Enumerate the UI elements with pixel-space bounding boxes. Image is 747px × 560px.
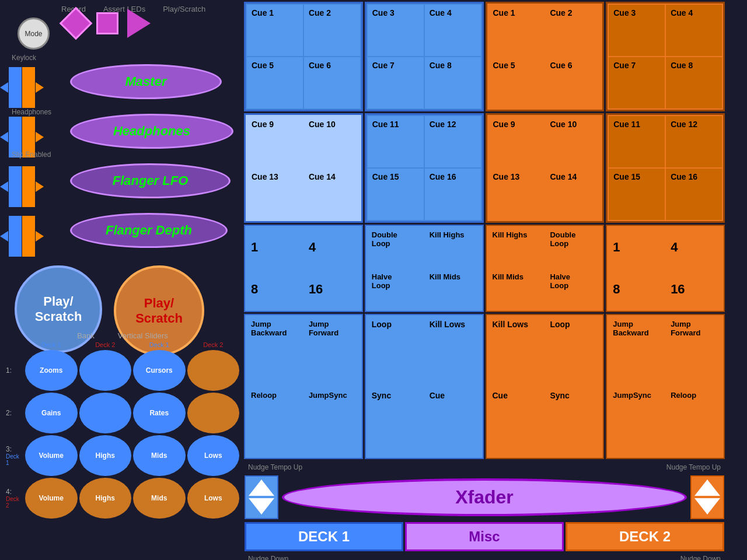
deck1mid-cue3[interactable]: Cue 3 xyxy=(368,5,424,56)
deck1-jump-forward[interactable]: Jump Forward xyxy=(304,316,361,386)
deck2mid-kill-highs[interactable]: Kill Highs xyxy=(488,227,544,268)
mids4-button[interactable]: Mids xyxy=(133,478,186,519)
deck2right-cue7[interactable]: Cue 7 xyxy=(609,57,665,108)
zooms2-button[interactable] xyxy=(79,350,132,391)
deck2mid-halve-loop[interactable]: Halve Loop xyxy=(545,269,602,310)
deck2mid-cue1[interactable]: Cue 1 xyxy=(488,5,544,56)
keylock-slider-orange[interactable] xyxy=(22,67,35,108)
deck2mid-kill-mids[interactable]: Kill Mids xyxy=(488,269,544,310)
vol4-button[interactable]: Volume xyxy=(25,478,78,519)
deck2right-loop-4[interactable]: 4 xyxy=(666,227,722,268)
deck2mid-cue5[interactable]: Cue 5 xyxy=(488,57,544,108)
deck1-loop-16[interactable]: 16 xyxy=(304,269,361,310)
deck2mid-cue14[interactable]: Cue 14 xyxy=(545,169,601,220)
deck2right-jump-backward[interactable]: Jump Backward xyxy=(608,316,665,386)
fx-arrow-right[interactable] xyxy=(36,231,44,242)
deck1-cue2[interactable]: Cue 2 xyxy=(304,5,360,56)
headphones-arrow-left[interactable] xyxy=(0,132,8,142)
mode-button[interactable]: Mode xyxy=(18,18,50,50)
deck2-indicator[interactable]: DECK 2 xyxy=(566,522,724,551)
deck1-loop-4[interactable]: 4 xyxy=(304,227,361,268)
deck1-jump-backward[interactable]: Jump Backward xyxy=(246,316,303,386)
highs4-button[interactable]: Highs xyxy=(79,478,132,519)
deck2right-loop-16[interactable]: 16 xyxy=(666,269,722,310)
deck1-cue6[interactable]: Cue 6 xyxy=(304,57,360,108)
flanger-lfo-button[interactable]: Flanger LFO xyxy=(70,163,231,198)
headphones-button[interactable]: Headphones xyxy=(70,114,233,149)
mids3-button[interactable]: Mids xyxy=(133,435,186,476)
deck1-reloop[interactable]: Reloop xyxy=(246,387,303,457)
deck2right-loop-1[interactable]: 1 xyxy=(608,227,665,268)
deck1mid-cue16[interactable]: Cue 16 xyxy=(425,169,481,220)
deck1mid-cue11[interactable]: Cue 11 xyxy=(368,116,424,167)
deck2mid-cue2[interactable]: Cue 2 xyxy=(545,5,601,56)
deck1mid-loop[interactable]: Loop xyxy=(367,316,424,386)
deck2mid-kill-lows[interactable]: Kill Lows xyxy=(488,316,544,386)
deck2right-cue3[interactable]: Cue 3 xyxy=(609,5,665,56)
assert-leds-square-icon[interactable] xyxy=(96,12,118,34)
nudge-up-right-button[interactable] xyxy=(690,475,724,519)
zooms-button[interactable]: Zooms xyxy=(25,350,78,391)
deck1-cue13[interactable]: Cue 13 xyxy=(247,169,303,220)
fx-arrow-left[interactable] xyxy=(0,231,8,242)
rates2-button[interactable] xyxy=(187,393,240,433)
deck1-cue1[interactable]: Cue 1 xyxy=(247,5,303,56)
keylock-arrow-right[interactable] xyxy=(36,82,44,93)
deck2right-loop-8[interactable]: 8 xyxy=(608,269,665,310)
deck1mid-cue-btn[interactable]: Cue xyxy=(425,387,481,457)
deck1mid-cue12[interactable]: Cue 12 xyxy=(425,116,481,167)
flanger-depth-button[interactable]: Flanger Depth xyxy=(70,213,228,248)
deck1-indicator[interactable]: DECK 1 xyxy=(245,522,403,551)
play-scratch-triangle-icon[interactable] xyxy=(127,9,151,38)
gains2-button[interactable] xyxy=(79,393,132,433)
slip-slider-orange[interactable] xyxy=(22,166,35,207)
fx-slider-orange[interactable] xyxy=(22,216,35,257)
record-diamond-icon[interactable] xyxy=(60,7,93,40)
cursors-button[interactable]: Cursors xyxy=(133,350,186,391)
deck2right-cue12[interactable]: Cue 12 xyxy=(666,116,722,167)
deck2right-cue4[interactable]: Cue 4 xyxy=(666,5,722,56)
deck2right-cue15[interactable]: Cue 15 xyxy=(609,169,665,220)
deck1mid-cue4[interactable]: Cue 4 xyxy=(425,5,481,56)
deck1-cue9[interactable]: Cue 9 xyxy=(247,116,303,167)
deck1-loop-1[interactable]: 1 xyxy=(246,227,303,268)
deck1mid-sync[interactable]: Sync xyxy=(367,387,424,457)
deck1mid-cue8[interactable]: Cue 8 xyxy=(425,57,481,108)
deck2right-cue11[interactable]: Cue 11 xyxy=(609,116,665,167)
deck2mid-cue10[interactable]: Cue 10 xyxy=(545,116,601,167)
deck1-cue14[interactable]: Cue 14 xyxy=(304,169,360,220)
headphones-arrow-right[interactable] xyxy=(36,132,44,142)
deck1mid-halve-loop[interactable]: Halve Loop xyxy=(367,269,424,310)
deck1mid-cue15[interactable]: Cue 15 xyxy=(368,169,424,220)
keylock-arrow-left[interactable] xyxy=(0,82,8,93)
slip-slider-blue[interactable] xyxy=(9,166,22,207)
deck2right-cue16[interactable]: Cue 16 xyxy=(666,169,722,220)
deck1mid-kill-lows[interactable]: Kill Lows xyxy=(425,316,481,386)
lows4-button[interactable]: Lows xyxy=(187,478,240,519)
deck1mid-cue7[interactable]: Cue 7 xyxy=(368,57,424,108)
deck2mid-cue13[interactable]: Cue 13 xyxy=(488,169,544,220)
xfader-control[interactable]: Xfader xyxy=(282,478,687,516)
fx-slider-blue[interactable] xyxy=(9,216,22,257)
slip-arrow-right[interactable] xyxy=(36,181,44,192)
deck2mid-double-loop[interactable]: Double Loop xyxy=(545,227,602,268)
master-button[interactable]: Master xyxy=(70,64,222,99)
deck2mid-loop[interactable]: Loop xyxy=(545,316,602,386)
gains-button[interactable]: Gains xyxy=(25,393,78,433)
deck2mid-sync[interactable]: Sync xyxy=(545,387,602,457)
deck2right-reloop[interactable]: Reloop xyxy=(666,387,722,457)
deck1-cue10[interactable]: Cue 10 xyxy=(304,116,360,167)
slip-arrow-left[interactable] xyxy=(0,181,8,192)
vol3-button[interactable]: Volume xyxy=(25,435,78,476)
deck2right-jump-forward[interactable]: Jump Forward xyxy=(666,316,722,386)
misc-indicator[interactable]: Misc xyxy=(405,522,564,551)
deck2mid-cue6[interactable]: Cue 6 xyxy=(545,57,601,108)
nudge-up-left-button[interactable] xyxy=(245,475,278,519)
deck2mid-cue9[interactable]: Cue 9 xyxy=(488,116,544,167)
deck1mid-kill-mids[interactable]: Kill Mids xyxy=(425,269,481,310)
lows3-button[interactable]: Lows xyxy=(187,435,240,476)
cursors2-button[interactable] xyxy=(187,350,240,391)
deck1mid-kill-highs[interactable]: Kill Highs xyxy=(425,227,481,268)
deck1-loop-8[interactable]: 8 xyxy=(246,269,303,310)
deck1mid-double-loop[interactable]: Double Loop xyxy=(367,227,424,268)
